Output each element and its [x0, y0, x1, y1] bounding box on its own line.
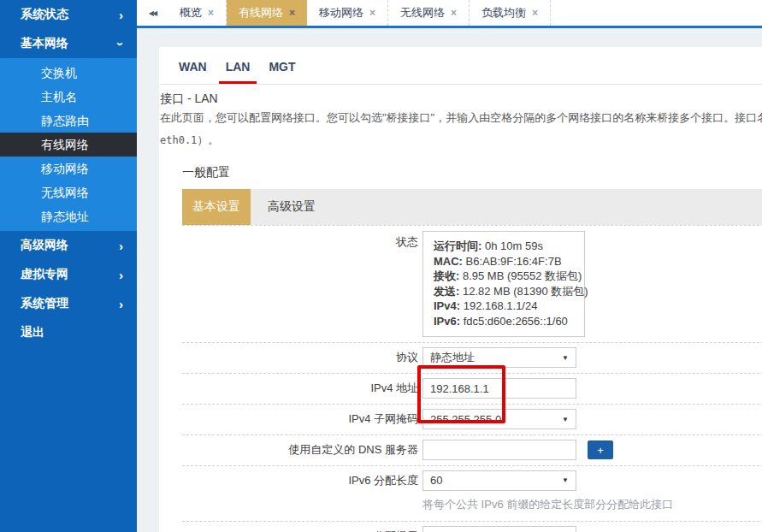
- field-label: IPv4 子网掩码: [182, 409, 422, 429]
- tab-close-icon[interactable]: ×: [451, 7, 457, 19]
- status-mac: MAC: B6:AB:9F:16:4F:7B: [434, 254, 574, 269]
- add-dns-button[interactable]: +: [588, 440, 613, 459]
- ipv6-length-select[interactable]: 60 ▼: [422, 470, 576, 491]
- field-label: IPv4 地址: [182, 378, 422, 399]
- status-value: 12.82 MB (81390 数据包): [459, 285, 588, 298]
- status-box: 运行时间: 0h 10m 59s MAC: B6:AB:9F:16:4F:7B …: [422, 231, 585, 337]
- main-area: ◀◀ 概览 × 有线网络 × 移动网络 × 无线网络 × 负载均衡 × WAN …: [137, 0, 762, 532]
- sidebar-item-wired-network[interactable]: 有线网络: [0, 133, 137, 157]
- chevron-right-icon: ›: [119, 9, 123, 21]
- sidebar-item-logout[interactable]: 退出: [0, 318, 137, 347]
- tab-wired-network[interactable]: 有线网络 ×: [227, 0, 307, 26]
- form-row-ipv4-netmask: IPv4 子网掩码 255.255.255.0 ▼: [182, 405, 762, 435]
- dropdown-arrow-icon: ▼: [562, 416, 569, 423]
- status-value: fdc5:d60e:2656::1/60: [460, 315, 568, 328]
- dropdown-arrow-icon: ▼: [562, 476, 569, 484]
- field-label: 使用自定义的 DNS 服务器: [182, 440, 422, 460]
- sidebar-item-label: 基本网络: [21, 36, 68, 51]
- tab-advanced-settings[interactable]: 高级设置: [251, 189, 333, 225]
- field-label: IPv6 分配长度: [182, 470, 422, 491]
- status-value: 192.168.1.1/24: [460, 299, 537, 312]
- general-config-section: 一般配置 基本设置 高级设置 状态 运行时间: 0h 10m 59s MAC: …: [182, 163, 762, 532]
- interface-form: 状态 运行时间: 0h 10m 59s MAC: B6:AB:9F:16:4F:…: [182, 225, 762, 532]
- field-label: 协议: [182, 347, 422, 368]
- ipv6-length-select-value: 60: [430, 474, 442, 487]
- ipv4-netmask-select-value: 255.255.255.0: [430, 413, 501, 426]
- sidebar-item-static-address[interactable]: 静态地址: [0, 204, 137, 228]
- sidebar-item-label: 系统状态: [21, 7, 68, 22]
- tab-basic-settings[interactable]: 基本设置: [182, 189, 251, 225]
- tab-mgt[interactable]: MGT: [262, 56, 302, 84]
- sidebar-item-static-route[interactable]: 静态路由: [0, 109, 137, 133]
- sidebar-item-mobile-network[interactable]: 移动网络: [0, 157, 137, 180]
- content-card: WAN LAN MGT 接口 - LAN 在此页面，您可以配置网络接口。您可以勾…: [159, 47, 762, 532]
- form-row-ipv4-address: IPv4 地址: [182, 374, 762, 405]
- tab-overview[interactable]: 概览 ×: [168, 0, 227, 26]
- tab-load-balance[interactable]: 负载均衡 ×: [470, 0, 551, 26]
- tab-label: 移动网络: [319, 5, 363, 21]
- chevron-right-icon: ›: [119, 298, 123, 310]
- tab-wireless-network[interactable]: 无线网络 ×: [388, 0, 470, 26]
- interface-tabs: WAN LAN MGT: [160, 56, 762, 85]
- tab-close-icon[interactable]: ×: [208, 7, 214, 19]
- tab-label: 概览: [180, 5, 202, 21]
- form-row-custom-dns: 使用自定义的 DNS 服务器 +: [182, 435, 762, 466]
- page-description: 在此页面，您可以配置网络接口。您可以勾选"桥接接口"，并输入由空格分隔的多个网络…: [160, 107, 762, 151]
- collapse-tabs-icon[interactable]: ◀◀: [137, 0, 168, 26]
- status-value: 8.95 MB (95552 数据包): [459, 269, 582, 282]
- protocol-select-value: 静态地址: [430, 350, 475, 365]
- status-ipv6: IPv6: fdc5:d60e:2656::1/60: [434, 314, 574, 329]
- status-value: 0h 10m 59s: [481, 239, 543, 252]
- sidebar-item-basic-network[interactable]: 基本网络 ›: [0, 29, 137, 58]
- chevron-down-icon: ›: [115, 42, 127, 46]
- open-pages-tabbar: ◀◀ 概览 × 有线网络 × 移动网络 × 无线网络 × 负载均衡 ×: [137, 0, 762, 28]
- protocol-select[interactable]: 静态地址 ▼: [422, 347, 576, 368]
- tab-close-icon[interactable]: ×: [289, 7, 295, 19]
- sidebar-item-hostname[interactable]: 主机名: [0, 85, 137, 109]
- tab-mobile-network[interactable]: 移动网络 ×: [307, 0, 388, 26]
- status-tx: 发送: 12.82 MB (81390 数据包): [434, 284, 574, 299]
- description-line1: 在此页面，您可以配置网络接口。您可以勾选"桥接接口"，并输入由空格分隔的多个网络…: [160, 107, 762, 129]
- ipv4-netmask-select[interactable]: 255.255.255.0 ▼: [422, 409, 576, 429]
- description-line2: eth0.1）。: [160, 129, 762, 151]
- sidebar: 系统状态 › 基本网络 › 交换机 主机名 静态路由 有线网络 移动网络 无线网…: [0, 0, 137, 532]
- description-line2-rest: ）。: [197, 133, 219, 146]
- page-title: 接口 - LAN: [160, 90, 762, 107]
- tab-label: 有线网络: [239, 5, 283, 21]
- form-row-ipv6-length: IPv6 分配长度 60 ▼ 将每个公共 IPv6 前缀的给定长度部分分配给此接…: [182, 466, 762, 522]
- tab-close-icon[interactable]: ×: [532, 7, 538, 19]
- sidebar-item-system-status[interactable]: 系统状态 ›: [0, 0, 137, 29]
- tab-label: 负载均衡: [481, 5, 526, 21]
- tab-close-icon[interactable]: ×: [369, 7, 375, 19]
- sidebar-item-system-admin[interactable]: 系统管理 ›: [0, 289, 137, 318]
- ipv6-hint-input[interactable]: [422, 526, 576, 532]
- sidebar-item-vpn[interactable]: 虚拟专网 ›: [0, 260, 137, 289]
- sidebar-item-label: 虚拟专网: [21, 267, 68, 282]
- tab-wan[interactable]: WAN: [172, 56, 214, 84]
- ipv4-address-input[interactable]: [422, 378, 576, 399]
- form-row-status: 状态 运行时间: 0h 10m 59s MAC: B6:AB:9F:16:4F:…: [182, 226, 762, 343]
- tab-lan[interactable]: LAN: [219, 56, 257, 84]
- status-ipv4: IPv4: 192.168.1.1/24: [434, 299, 574, 314]
- dropdown-arrow-icon: ▼: [562, 354, 569, 362]
- sidebar-item-wireless-network[interactable]: 无线网络: [0, 180, 137, 204]
- status-key: 发送:: [434, 285, 459, 298]
- settings-tabstrip: 基本设置 高级设置: [182, 189, 762, 225]
- custom-dns-input[interactable]: [422, 440, 576, 460]
- ipv6-length-control: 60 ▼ 将每个公共 IPv6 前缀的给定长度部分分配给此接口: [422, 470, 673, 513]
- tab-label: 无线网络: [400, 5, 445, 21]
- code-snippet: eth0.1: [160, 134, 197, 146]
- chevron-right-icon: ›: [119, 269, 123, 281]
- field-label: IPv6 分配提示: [182, 526, 422, 532]
- sidebar-item-switch[interactable]: 交换机: [0, 61, 137, 85]
- status-value: B6:AB:9F:16:4F:7B: [463, 255, 562, 268]
- field-label: 状态: [182, 231, 422, 250]
- status-uptime: 运行时间: 0h 10m 59s: [434, 239, 574, 254]
- sidebar-item-label: 系统管理: [21, 296, 68, 311]
- sidebar-item-advanced-network[interactable]: 高级网络 ›: [0, 231, 137, 260]
- status-rx: 接收: 8.95 MB (95552 数据包): [434, 269, 574, 284]
- status-key: IPv4:: [434, 299, 460, 312]
- status-key: 运行时间:: [434, 239, 481, 252]
- status-key: MAC:: [434, 255, 463, 268]
- ipv6-length-hint: 将每个公共 IPv6 前缀的给定长度部分分配给此接口: [422, 496, 673, 513]
